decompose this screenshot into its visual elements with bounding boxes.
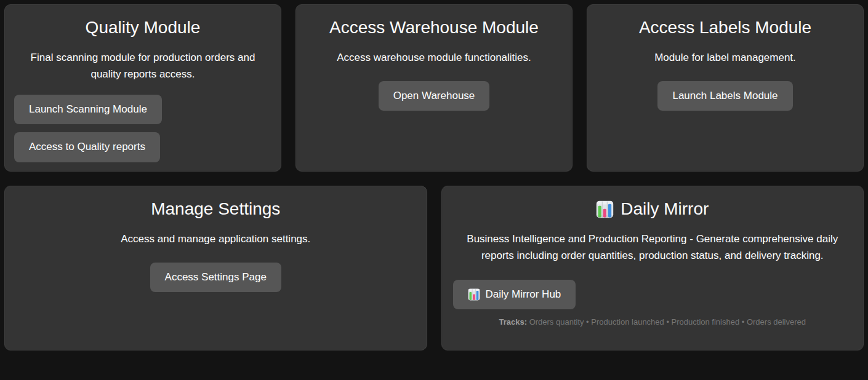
card-title-labels: Access Labels Module [595,18,856,38]
card-description-settings: Access and manage application settings. [20,231,412,247]
quality-buttons: Launch Scanning Module Access to Quality… [14,95,281,162]
card-title-quality: Quality Module [12,18,273,38]
card-daily-mirror: Daily Mirror Business Intelligence and P… [441,186,864,350]
card-description-warehouse: Access warehouse module functionalities. [311,50,557,66]
access-settings-page-button[interactable]: Access Settings Page [150,263,281,292]
card-description-labels: Module for label management. [602,50,848,66]
launch-labels-module-button[interactable]: Launch Labels Module [657,81,792,111]
card-manage-settings: Manage Settings Access and manage applic… [4,186,427,350]
daily-mirror-title-text: Daily Mirror [621,199,709,219]
daily-mirror-hub-label: Daily Mirror Hub [486,288,561,301]
card-description-quality: Final scanning module for production ord… [20,50,266,82]
card-quality-module: Quality Module Final scanning module for… [4,4,281,172]
bar-chart-icon [596,200,614,218]
dashboard-row-2: Manage Settings Access and manage applic… [4,186,864,350]
module-dashboard: Quality Module Final scanning module for… [0,0,868,355]
card-title-daily-mirror: Daily Mirror [449,199,856,219]
labels-buttons: Launch Labels Module [587,81,863,111]
tracks-items: Orders quantity • Production launched • … [529,317,806,327]
open-warehouse-button[interactable]: Open Warehouse [379,81,490,111]
tracks-line: Tracks: Orders quantity • Production lau… [442,317,864,327]
bar-chart-icon [468,288,480,301]
access-quality-reports-button[interactable]: Access to Quality reports [14,132,160,162]
daily-mirror-buttons: Daily Mirror Hub [453,280,864,309]
dashboard-row-1: Quality Module Final scanning module for… [4,4,864,172]
card-warehouse-module: Access Warehouse Module Access warehouse… [295,4,573,172]
settings-buttons: Access Settings Page [5,263,427,292]
launch-scanning-module-button[interactable]: Launch Scanning Module [14,95,162,124]
card-labels-module: Access Labels Module Module for label ma… [587,4,864,172]
card-title-settings: Manage Settings [12,199,419,219]
card-description-daily-mirror: Business Intelligence and Production Rep… [457,231,849,264]
daily-mirror-hub-button[interactable]: Daily Mirror Hub [453,280,576,309]
warehouse-buttons: Open Warehouse [296,81,572,111]
card-title-warehouse: Access Warehouse Module [303,18,565,38]
tracks-label: Tracks: [499,317,527,327]
